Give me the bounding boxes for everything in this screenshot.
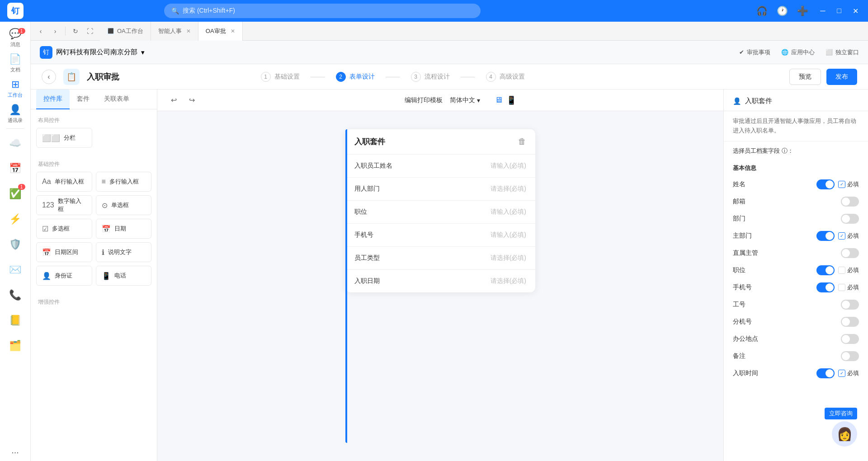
req-check-onboard-time[interactable]: ✓	[838, 370, 845, 377]
field-department[interactable]: 用人部门 请选择(必填)	[345, 177, 535, 200]
control-date-range[interactable]: 📅 日期区间	[36, 242, 92, 262]
control-date[interactable]: 📅 日期	[96, 219, 152, 239]
restore-button[interactable]: □	[834, 5, 844, 16]
device-toggle: 🖥 📱	[495, 95, 516, 105]
sidebar-item-calendar[interactable]: 📅	[3, 156, 28, 181]
toggle-onboard-time[interactable]	[816, 368, 835, 378]
toggle-main-dept[interactable]	[816, 231, 835, 241]
sidebar-item-phone[interactable]: 📞	[3, 282, 28, 308]
nav-approval-items[interactable]: ✔ 审批事项	[739, 48, 770, 56]
toggle-name[interactable]	[816, 179, 835, 189]
toggle-remarks[interactable]	[841, 351, 859, 361]
control-description[interactable]: ℹ 说明文字	[96, 242, 152, 262]
desktop-device-button[interactable]: 🖥	[495, 95, 503, 105]
control-single-input[interactable]: Aa 单行输入框	[36, 172, 92, 192]
control-phone[interactable]: 📱 电话	[96, 266, 152, 286]
step-process-design[interactable]: 3 流程设计	[400, 72, 461, 82]
toggle-dept[interactable]	[841, 214, 859, 224]
sidebar-more[interactable]: ···	[11, 447, 19, 457]
field-mobile[interactable]: 手机号 请输入(必填)	[345, 223, 535, 246]
delete-card-button[interactable]: 🗑	[518, 137, 526, 146]
req-check-main-dept[interactable]: ✓	[838, 232, 845, 240]
forward-button[interactable]: ›	[49, 25, 61, 38]
toggle-extension[interactable]	[841, 317, 859, 327]
sidebar-item-cloud[interactable]: ☁️	[3, 131, 28, 156]
company-dropdown-icon[interactable]: ▾	[141, 48, 145, 56]
control-id-card[interactable]: 👤 身份证	[36, 266, 92, 286]
control-radio[interactable]: ⊙ 单选框	[96, 195, 152, 215]
sidebar-item-messages[interactable]: 💬 消息 1	[3, 25, 28, 51]
tab-smart-hr-close[interactable]: ✕	[186, 28, 191, 34]
step-advanced-settings[interactable]: 4 高级设置	[475, 72, 536, 82]
nav-approval-label: 审批事项	[747, 48, 770, 56]
sidebar-item-shield[interactable]: 🛡️	[3, 232, 28, 257]
field-employee-type[interactable]: 员工类型 请选择(必填)	[345, 246, 535, 269]
toggle-office[interactable]	[841, 334, 859, 344]
panel-tab-related[interactable]: 关联表单	[97, 89, 137, 109]
required-position: 必填	[838, 266, 859, 274]
field-employee-name[interactable]: 入职员工姓名 请输入(必填)	[345, 154, 535, 177]
toggle-position[interactable]	[816, 265, 835, 275]
step-form-design[interactable]: 2 表单设计	[325, 72, 386, 82]
field-position[interactable]: 职位 请输入(必填)	[345, 200, 535, 223]
fullscreen-button[interactable]: ⛶	[84, 25, 96, 38]
mobile-device-button[interactable]: 📱	[506, 95, 516, 105]
language-select[interactable]: 简体中文 ▾	[450, 96, 480, 104]
nav-app-center[interactable]: 🌐 应用中心	[781, 48, 815, 56]
toggle-email[interactable]	[841, 197, 859, 207]
step-basic-settings[interactable]: 1 基础设置	[250, 72, 311, 82]
right-field-phone: 手机号 必填	[724, 279, 868, 296]
control-phone-label: 电话	[114, 272, 126, 280]
chat-avatar[interactable]: 👩	[832, 421, 857, 447]
sidebar-item-lightning[interactable]: ⚡	[3, 207, 28, 232]
tab-oa-approval-close[interactable]: ✕	[231, 28, 235, 34]
sidebar-item-notes[interactable]: 📒	[3, 308, 28, 333]
toggle-employee-id[interactable]	[841, 300, 859, 310]
control-number-input[interactable]: 123 数字输入框	[36, 195, 92, 215]
sidebar-item-contacts[interactable]: 👤 通讯录	[3, 101, 28, 127]
undo-button[interactable]: ↩	[166, 93, 181, 108]
publish-button[interactable]: 发布	[826, 69, 857, 85]
storage-icon: 🗂️	[9, 340, 21, 352]
back-button[interactable]: ‹	[34, 25, 47, 38]
toggle-phone[interactable]	[816, 282, 835, 292]
tab-oa-workbench[interactable]: ⬛ OA工作台	[100, 22, 151, 41]
history-icon[interactable]: 🕐	[777, 5, 788, 16]
control-split-column[interactable]: ⬜⬜ 分栏	[36, 128, 92, 148]
nav-independent-window[interactable]: ⬜ 独立窗口	[826, 48, 859, 56]
tab-smart-hr[interactable]: 智能人事 ✕	[151, 22, 198, 41]
control-checkbox[interactable]: ☑ 多选框	[36, 219, 92, 239]
form-back-button[interactable]: ‹	[42, 70, 56, 84]
consult-button[interactable]: 立即咨询	[825, 408, 857, 419]
toggle-supervisor[interactable]	[841, 248, 859, 258]
sidebar-label-workbench: 工作台	[8, 92, 23, 99]
header-actions: 预览 发布	[789, 69, 857, 85]
tab-oa-approval[interactable]: OA审批 ✕	[198, 22, 243, 41]
field-onboard-date[interactable]: 入职日期 请选择(必填)	[345, 269, 535, 292]
control-multi-input[interactable]: ≡ 多行输入框	[96, 172, 152, 192]
company-name: 网钉科技有限公司南京分部	[56, 48, 137, 56]
date-icon: 📅	[102, 225, 111, 233]
field-placeholder-employee-name: 请输入(必填)	[491, 162, 526, 170]
form-card[interactable]: 入职套件 🗑 入职员工姓名 请输入(必填) 用人部门 请选择(必填)	[345, 129, 535, 292]
refresh-button[interactable]: ↻	[69, 25, 82, 38]
right-field-label-onboard-time: 入职时间	[733, 369, 758, 377]
sidebar-item-storage[interactable]: 🗂️	[3, 333, 28, 358]
sidebar-item-docs[interactable]: 📄 文档	[3, 51, 28, 76]
close-button[interactable]: ✕	[850, 5, 861, 16]
plus-icon[interactable]: ➕	[797, 5, 808, 16]
print-template-button[interactable]: 编辑打印模板	[405, 96, 443, 104]
search-bar[interactable]: 🔍 搜索 (Ctrl+Shift+F)	[164, 4, 481, 18]
minimize-button[interactable]: ─	[817, 5, 828, 16]
preview-button[interactable]: 预览	[789, 69, 821, 85]
req-check-name[interactable]: ✓	[838, 181, 845, 188]
panel-tab-controls[interactable]: 控件库	[36, 89, 70, 109]
sidebar-item-workbench[interactable]: ⊞ 工作台	[3, 76, 28, 101]
right-field-label-position: 职位	[733, 266, 745, 274]
panel-tab-sets[interactable]: 套件	[70, 89, 97, 109]
redo-button[interactable]: ↪	[184, 93, 199, 108]
headset-icon[interactable]: 🎧	[756, 5, 768, 16]
sidebar-item-mail[interactable]: ✉️	[3, 257, 28, 282]
sidebar-item-tasks[interactable]: ✅ 1	[3, 181, 28, 207]
builder-layout: 控件库 套件 关联表单 布局控件 ⬜⬜ 分栏 基础控件 Aa 单行输入框	[31, 89, 868, 461]
